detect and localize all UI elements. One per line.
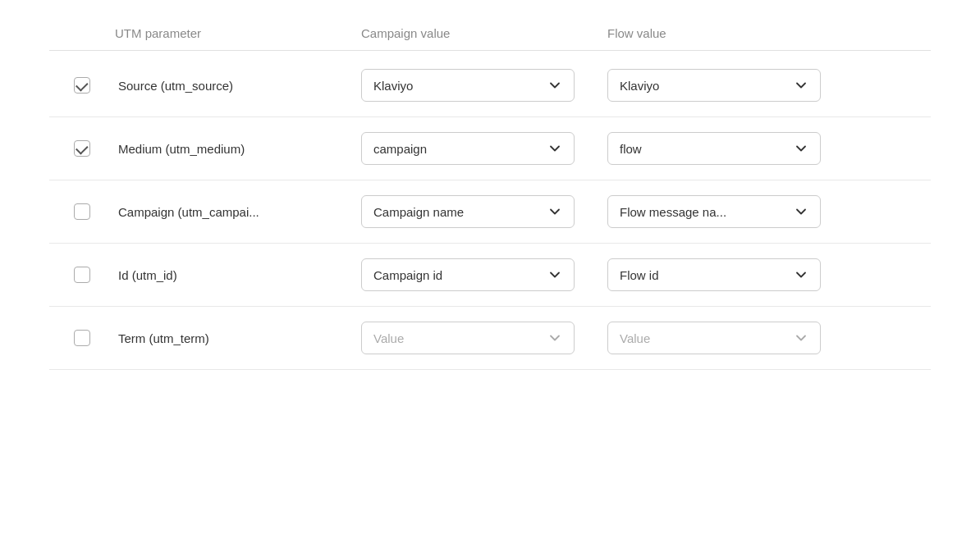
table-row: Term (utm_term) Value Value — [49, 307, 931, 370]
header-flow-value: Flow value — [607, 26, 854, 40]
flow-dropdown-term[interactable]: Value — [607, 322, 821, 354]
table-row: Medium (utm_medium) campaign flow — [49, 117, 931, 180]
chevron-down-icon — [794, 78, 808, 93]
chevron-down-icon — [794, 141, 808, 156]
chevron-down-icon — [547, 78, 562, 93]
flow-value-medium: flow — [620, 142, 642, 156]
flow-dropdown-id[interactable]: Flow id — [607, 258, 821, 291]
campaign-dropdown-source[interactable]: Klaviyo — [361, 69, 575, 102]
chevron-down-icon — [794, 267, 808, 282]
flow-value-campaign: Flow message na... — [620, 205, 726, 219]
checkbox-cell-id — [49, 267, 115, 283]
flow-dropdown-medium[interactable]: flow — [607, 132, 821, 165]
checkbox-cell-term — [49, 330, 115, 346]
param-label-id: Id (utm_id) — [115, 268, 361, 282]
header-utm-param: UTM parameter — [115, 26, 361, 40]
campaign-dropdown-id[interactable]: Campaign id — [361, 258, 575, 291]
flow-value-term: Value — [620, 331, 650, 345]
chevron-down-icon — [794, 204, 808, 219]
checkbox-cell-source — [49, 77, 115, 94]
campaign-value-id: Campaign id — [373, 268, 442, 282]
param-label-source: Source (utm_source) — [115, 79, 361, 93]
table-header: UTM parameter Campaign value Flow value — [49, 16, 931, 51]
chevron-down-icon — [547, 331, 562, 345]
chevron-down-icon — [547, 204, 562, 219]
flow-value-id: Flow id — [620, 268, 659, 282]
checkbox-term[interactable] — [74, 330, 90, 346]
checkbox-campaign[interactable] — [74, 203, 90, 220]
campaign-value-campaign: Campaign name — [373, 205, 464, 219]
chevron-down-icon — [547, 141, 562, 156]
param-label-medium: Medium (utm_medium) — [115, 142, 361, 156]
param-label-campaign: Campaign (utm_campai... — [115, 205, 361, 219]
table-row: Id (utm_id) Campaign id Flow id — [49, 244, 931, 307]
campaign-dropdown-campaign[interactable]: Campaign name — [361, 195, 575, 228]
chevron-down-icon — [547, 267, 562, 282]
flow-dropdown-source[interactable]: Klaviyo — [607, 69, 821, 102]
chevron-down-icon — [794, 331, 808, 345]
checkbox-id[interactable] — [74, 267, 90, 283]
checkbox-source[interactable] — [74, 77, 90, 94]
checkbox-medium[interactable] — [74, 140, 90, 157]
header-campaign-value: Campaign value — [361, 26, 607, 40]
param-label-term: Term (utm_term) — [115, 331, 361, 345]
table-row: Source (utm_source) Klaviyo Klaviyo — [49, 54, 931, 117]
campaign-dropdown-term[interactable]: Value — [361, 322, 575, 354]
header-checkbox-col — [49, 26, 115, 40]
table-row: Campaign (utm_campai... Campaign name Fl… — [49, 180, 931, 244]
campaign-value-term: Value — [373, 331, 404, 345]
checkbox-cell-medium — [49, 140, 115, 157]
flow-value-source: Klaviyo — [620, 79, 659, 93]
campaign-value-medium: campaign — [373, 142, 427, 156]
flow-dropdown-campaign[interactable]: Flow message na... — [607, 195, 821, 228]
campaign-value-source: Klaviyo — [373, 79, 413, 93]
utm-table: UTM parameter Campaign value Flow value … — [0, 0, 980, 386]
checkbox-cell-campaign — [49, 203, 115, 220]
campaign-dropdown-medium[interactable]: campaign — [361, 132, 575, 165]
